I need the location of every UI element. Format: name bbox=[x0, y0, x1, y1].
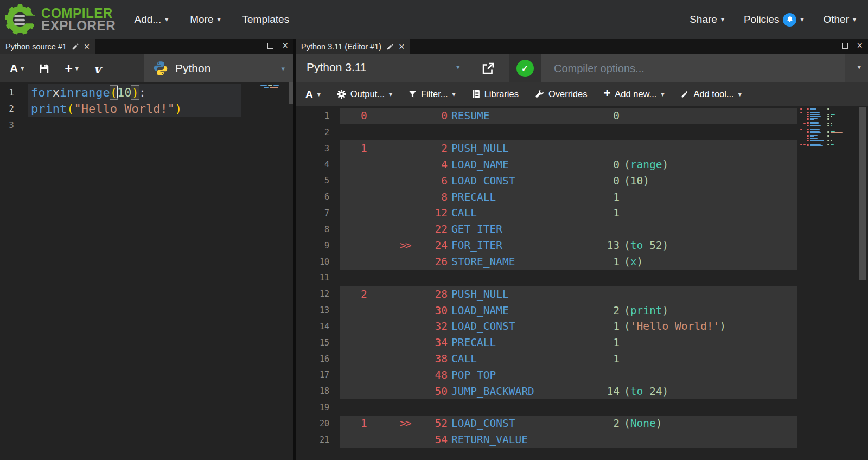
source-editor[interactable]: 1for x in range(10):2 print("Hello World… bbox=[0, 82, 293, 460]
line-number: 2 bbox=[0, 104, 28, 114]
compiler-options-input[interactable] bbox=[541, 54, 845, 82]
asm-line-content[interactable]: 30LOAD_NAME2(print) bbox=[340, 302, 797, 318]
tab-close-icon[interactable]: × bbox=[84, 43, 90, 50]
code-line[interactable]: 1for x in range(10): bbox=[0, 84, 293, 100]
opcode: LOAD_CONST bbox=[451, 320, 582, 333]
nav-item-other[interactable]: Other▾ bbox=[823, 14, 856, 25]
toolbar-output-button[interactable]: Output...▾ bbox=[337, 89, 392, 99]
opcode-arg-detail: (range) bbox=[624, 158, 668, 171]
chevron-down-icon: ▾ bbox=[165, 16, 168, 23]
nav-item-templates[interactable]: Templates bbox=[242, 14, 290, 25]
opcode-arg: 2 bbox=[582, 417, 620, 430]
toolbar-libraries-button[interactable]: Libraries bbox=[472, 89, 519, 99]
asm-row[interactable]: 12228PUSH_NULL bbox=[296, 286, 868, 302]
font-size-button[interactable]: A ▾ bbox=[10, 62, 24, 75]
open-new-window-icon[interactable] bbox=[481, 61, 495, 75]
asm-row[interactable]: 1638CALL1 bbox=[296, 351, 868, 367]
nav-item-share[interactable]: Share▾ bbox=[690, 14, 724, 25]
code-line[interactable]: 3 bbox=[0, 117, 293, 133]
asm-line-content[interactable]: 34PRECALL1 bbox=[340, 335, 797, 351]
asm-line-content[interactable]: 48POP_TOP bbox=[340, 367, 797, 384]
asm-line-content[interactable]: 54RETURN_VALUE bbox=[340, 432, 797, 448]
code-line[interactable]: 2 print("Hello World!") bbox=[0, 100, 293, 117]
compiler-select[interactable]: Python 3.11 bbox=[307, 61, 367, 74]
asm-row[interactable]: 56LOAD_CONST0(10) bbox=[296, 173, 868, 189]
asm-row[interactable]: 44LOAD_NAME0(range) bbox=[296, 157, 868, 173]
asm-line-content[interactable] bbox=[340, 124, 797, 140]
line-number: 18 bbox=[296, 386, 329, 396]
asm-row[interactable]: 2 bbox=[296, 124, 868, 140]
asm-line-content[interactable]: 22GET_ITER bbox=[340, 221, 797, 238]
asm-line-content[interactable]: 12CALL1 bbox=[340, 205, 797, 221]
asm-row[interactable]: 312PUSH_NULL bbox=[296, 140, 868, 157]
asm-line-content[interactable]: 12PUSH_NULL bbox=[340, 140, 797, 157]
asm-row[interactable]: 1850JUMP_BACKWARD14(to 24) bbox=[296, 383, 868, 399]
toolbar-addtool-button[interactable]: Add tool...▾ bbox=[680, 89, 741, 99]
compiler-explorer-logo[interactable]: COMPILER EXPLORER bbox=[4, 4, 118, 35]
asm-row[interactable]: 9>>24FOR_ITER13(to 52) bbox=[296, 238, 868, 254]
rename-pencil-icon[interactable] bbox=[386, 43, 394, 50]
asm-minimap[interactable] bbox=[800, 106, 848, 460]
code-line-content[interactable] bbox=[28, 117, 241, 133]
asm-row[interactable]: 11 bbox=[296, 270, 868, 286]
close-pane-icon[interactable]: × bbox=[857, 42, 863, 49]
asm-row[interactable]: 201>>52LOAD_CONST2(None) bbox=[296, 416, 868, 432]
line-number: 6 bbox=[296, 192, 329, 202]
maximize-pane-icon[interactable] bbox=[267, 43, 273, 49]
asm-line-content[interactable]: 00RESUME0 bbox=[340, 108, 797, 124]
code-token: print bbox=[31, 102, 67, 116]
save-button[interactable] bbox=[39, 63, 49, 74]
asm-line-content[interactable]: 4LOAD_NAME0(range) bbox=[340, 157, 797, 173]
source-minimap[interactable] bbox=[259, 82, 288, 460]
asm-row[interactable]: 1534PRECALL1 bbox=[296, 335, 868, 351]
asm-line-content[interactable]: 8PRECALL1 bbox=[340, 189, 797, 205]
code-line-content[interactable]: for x in range(10): bbox=[28, 84, 241, 100]
asm-row[interactable]: 822GET_ITER bbox=[296, 221, 868, 238]
toolbar-overrides-button[interactable]: Overrides bbox=[535, 89, 588, 99]
asm-line-content[interactable]: 228PUSH_NULL bbox=[340, 286, 797, 302]
tab-close-icon[interactable]: × bbox=[399, 43, 405, 50]
asm-row[interactable]: 712CALL1 bbox=[296, 205, 868, 221]
asm-scrollbar[interactable] bbox=[859, 107, 866, 280]
asm-output-editor[interactable]: 100RESUME02312PUSH_NULL44LOAD_NAME0(rang… bbox=[296, 106, 868, 460]
asm-line-content[interactable] bbox=[340, 270, 797, 286]
asm-row[interactable]: 1432LOAD_CONST1('Hello World!') bbox=[296, 318, 868, 335]
asm-line-content[interactable]: 6LOAD_CONST0(10) bbox=[340, 173, 797, 189]
add-pane-button[interactable]: + ▾ bbox=[65, 63, 79, 74]
asm-line-content[interactable]: 50JUMP_BACKWARD14(to 24) bbox=[340, 383, 797, 399]
asm-row[interactable]: 2154RETURN_VALUE bbox=[296, 432, 868, 448]
asm-line-content[interactable] bbox=[340, 399, 797, 416]
rename-pencil-icon[interactable] bbox=[72, 43, 79, 50]
nav-item-add[interactable]: Add...▾ bbox=[135, 14, 169, 25]
asm-row[interactable]: 1330LOAD_NAME2(print) bbox=[296, 302, 868, 318]
asm-line-content[interactable]: 1>>52LOAD_CONST2(None) bbox=[340, 416, 797, 432]
asm-row[interactable]: 68PRECALL1 bbox=[296, 189, 868, 205]
asm-row[interactable]: 1026STORE_NAME1(x) bbox=[296, 254, 868, 270]
nav-item-more[interactable]: More▾ bbox=[190, 14, 220, 25]
asm-line-content[interactable]: 38CALL1 bbox=[340, 351, 797, 367]
asm-row[interactable]: 100RESUME0 bbox=[296, 108, 868, 124]
nav-item-policies[interactable]: Policies▾ bbox=[744, 13, 804, 27]
notification-bell-icon[interactable] bbox=[783, 13, 796, 27]
asm-row[interactable]: 19 bbox=[296, 399, 868, 416]
tab-python-source[interactable]: Python source #1 × bbox=[0, 39, 95, 54]
code-line-content[interactable]: print("Hello World!") bbox=[28, 100, 241, 117]
language-select[interactable]: Python ▾ bbox=[144, 54, 293, 82]
close-pane-icon[interactable]: × bbox=[282, 42, 288, 49]
asm-row[interactable]: 1748POP_TOP bbox=[296, 367, 868, 384]
toolbar-a-button[interactable]: A▾ bbox=[305, 88, 321, 100]
gear-icon bbox=[337, 90, 346, 99]
asm-line-content[interactable]: 32LOAD_CONST1('Hello World!') bbox=[340, 318, 797, 335]
vim-mode-button[interactable]: v bbox=[94, 61, 101, 76]
maximize-pane-icon[interactable] bbox=[842, 43, 848, 49]
book-icon bbox=[472, 90, 480, 99]
asm-line-content[interactable]: 26STORE_NAME1(x) bbox=[340, 254, 797, 270]
asm-token: to bbox=[630, 385, 643, 398]
tab-compiler[interactable]: Python 3.11 (Editor #1) × bbox=[296, 39, 410, 54]
toolbar-filter-button[interactable]: Filter...▾ bbox=[409, 89, 456, 99]
line-number: 20 bbox=[296, 419, 329, 429]
screwdriver-icon bbox=[680, 90, 689, 99]
toolbar-addnew-button[interactable]: +Add new...▾ bbox=[603, 89, 664, 99]
line-number: 7 bbox=[296, 208, 329, 218]
asm-line-content[interactable]: >>24FOR_ITER13(to 52) bbox=[340, 238, 797, 254]
